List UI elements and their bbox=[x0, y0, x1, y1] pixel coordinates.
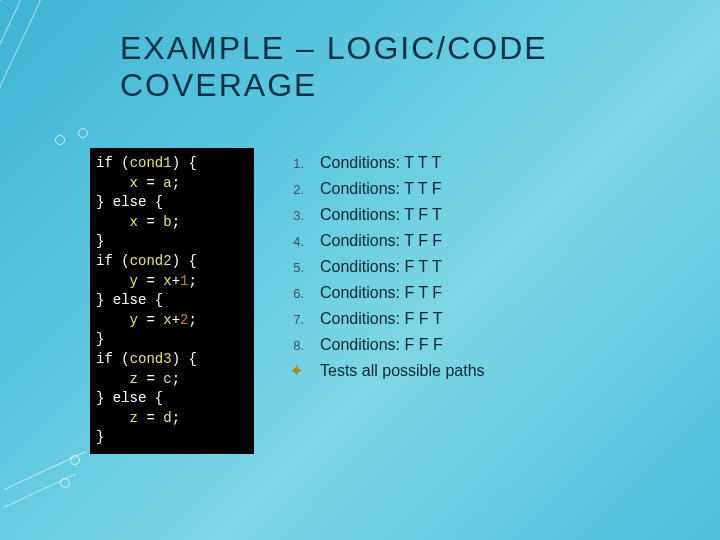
title-line-1: EXAMPLE – LOGIC/CODE bbox=[120, 30, 548, 66]
list-text: Tests all possible paths bbox=[320, 362, 485, 380]
list-item: 5.Conditions: F T T bbox=[270, 254, 485, 280]
list-number: 2. bbox=[270, 182, 320, 197]
list-text: Conditions: T T T bbox=[320, 154, 441, 172]
list-text: Conditions: F T T bbox=[320, 258, 442, 276]
slide-title: EXAMPLE – LOGIC/CODE COVERAGE bbox=[120, 30, 548, 104]
list-text: Conditions: F T F bbox=[320, 284, 442, 302]
list-number: 1. bbox=[270, 156, 320, 171]
list-number: 5. bbox=[270, 260, 320, 275]
list-number: 8. bbox=[270, 338, 320, 353]
list-text: Conditions: F F T bbox=[320, 310, 442, 328]
conditions-list: 1.Conditions: T T T 2.Conditions: T T F … bbox=[270, 150, 485, 384]
list-item: 2.Conditions: T T F bbox=[270, 176, 485, 202]
list-number: 7. bbox=[270, 312, 320, 327]
list-item: 7.Conditions: F F T bbox=[270, 306, 485, 332]
list-item: 1.Conditions: T T T bbox=[270, 150, 485, 176]
bullet-icon: ✦ bbox=[270, 362, 320, 380]
list-item: 3.Conditions: T F T bbox=[270, 202, 485, 228]
code-snippet: if (cond1) { x = a; } else { x = b; } if… bbox=[90, 148, 254, 454]
list-number: 6. bbox=[270, 286, 320, 301]
list-text: Conditions: T T F bbox=[320, 180, 442, 198]
title-line-2: COVERAGE bbox=[120, 67, 317, 103]
list-text: Conditions: T F T bbox=[320, 206, 442, 224]
list-number: 3. bbox=[270, 208, 320, 223]
list-item: 4.Conditions: T F F bbox=[270, 228, 485, 254]
list-item: 6.Conditions: F T F bbox=[270, 280, 485, 306]
list-text: Conditions: T F F bbox=[320, 232, 442, 250]
list-text: Conditions: F F F bbox=[320, 336, 443, 354]
code-content: if (cond1) { x = a; } else { x = b; } if… bbox=[96, 154, 248, 448]
list-number: 4. bbox=[270, 234, 320, 249]
list-item: 8.Conditions: F F F bbox=[270, 332, 485, 358]
list-item-final: ✦Tests all possible paths bbox=[270, 358, 485, 384]
